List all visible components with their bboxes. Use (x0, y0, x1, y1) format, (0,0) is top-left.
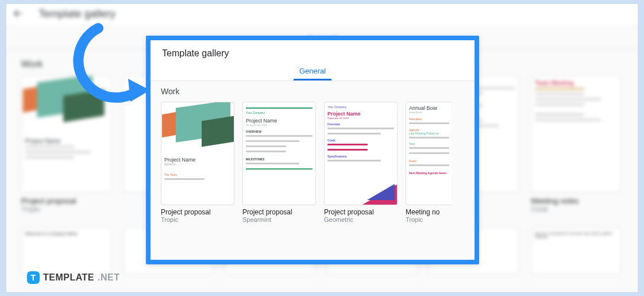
template-card[interactable]: Annual Boar Friday 04.09 Attendees Agend… (406, 102, 452, 223)
thumb-heading: Project Name (25, 138, 107, 144)
template-card[interactable]: Team Meeting Meeting notes Coral (531, 76, 621, 214)
watermark-suffix: .NET (98, 272, 119, 283)
template-thumb: Your Company Project Name September 04, … (324, 102, 398, 205)
overlay-section-title: Work (161, 87, 464, 96)
bg-page-title: Template gallery (38, 7, 115, 20)
template-thumb: Team Meeting (531, 76, 621, 193)
overlay-title: Template gallery (162, 48, 463, 59)
template-thumb: Annual Boar Friday 04.09 Attendees Agend… (406, 102, 452, 205)
template-card[interactable]: Your Company Project Name 4th September … (242, 102, 316, 223)
callout-arrow-icon (64, 22, 150, 103)
template-thumb[interactable]: Welcome to Company Name (21, 228, 111, 275)
template-title: Project proposal (324, 208, 398, 216)
watermark-brand: TEMPLATE (43, 272, 94, 283)
back-arrow-icon[interactable] (11, 7, 24, 20)
template-card[interactable]: Your Company Project Name September 04, … (324, 102, 398, 223)
overlay-tab-general[interactable]: General (294, 63, 331, 80)
template-subtitle: Tropic (406, 216, 452, 223)
template-subtitle: Geometric (324, 216, 398, 223)
template-thumb: Project Name 09/04/20 The Team (161, 102, 234, 205)
template-title: Project proposal (21, 197, 111, 205)
template-subtitle: Tropic (21, 205, 111, 213)
template-thumb: Your Company Project Name 4th September … (242, 102, 316, 205)
overlay-panel: Template gallery General Work Project Na… (146, 36, 479, 264)
watermark: T TEMPLATE.NET (27, 271, 119, 284)
template-title: Meeting notes (531, 197, 621, 205)
overlay-template-row: Project Name 09/04/20 The Team Project p… (161, 102, 464, 223)
template-subtitle: Tropic (161, 216, 234, 223)
template-title: Project proposal (161, 208, 234, 216)
template-thumb[interactable]: We are nominated for the best new artist… (531, 228, 621, 275)
template-card[interactable]: Project Name 09/04/20 The Team Project p… (161, 102, 234, 223)
template-subtitle: Coral (531, 205, 621, 213)
template-subtitle: Spearmint (242, 216, 316, 223)
overlay-tabs: General (151, 63, 475, 81)
template-title: Project proposal (242, 208, 316, 216)
svg-marker-0 (128, 79, 150, 102)
template-title: Meeting no (406, 208, 452, 216)
watermark-logo-icon: T (27, 271, 40, 284)
